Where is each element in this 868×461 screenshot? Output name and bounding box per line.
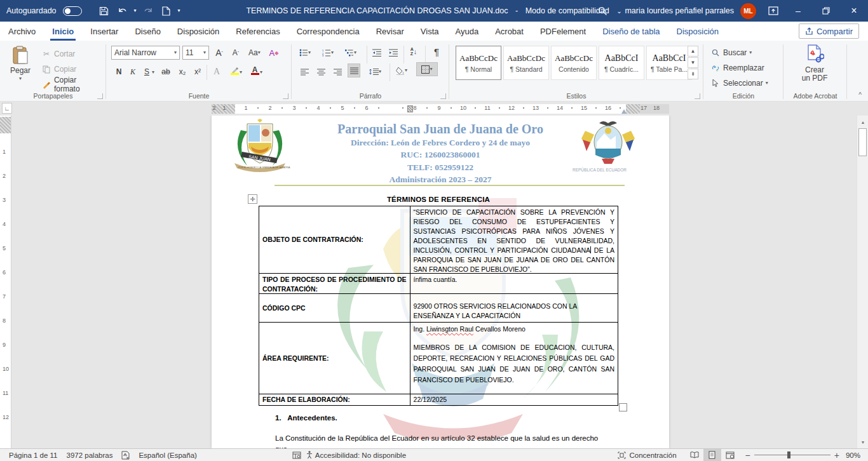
user-name[interactable]: maria lourdes peñafiel parrales (625, 6, 734, 15)
close-button[interactable]: × (840, 0, 868, 22)
search-icon[interactable] (592, 0, 613, 22)
create-pdf-button[interactable]: Crearun PDF (795, 44, 834, 83)
styles-dialog-launcher[interactable] (695, 93, 700, 99)
page-indicator[interactable]: Página 1 de 11 (9, 451, 58, 459)
underline-button[interactable]: S (140, 65, 153, 79)
italic-button[interactable]: K (126, 65, 139, 79)
tab-acrobat[interactable]: Acrobat (487, 22, 532, 41)
borders-button[interactable]: ▾ (416, 62, 438, 76)
replace-button[interactable]: bc Reemplazar (709, 61, 766, 75)
undo-dropdown-icon[interactable]: ▾ (134, 8, 137, 13)
tab-stop-selector[interactable]: ∟ (2, 103, 12, 114)
accessibility-status[interactable]: Accesibilidad: No disponible (306, 451, 406, 459)
superscript-button[interactable]: x² (191, 65, 204, 79)
increase-indent-button[interactable] (387, 46, 400, 60)
print-layout-button[interactable] (703, 449, 721, 461)
format-painter-button[interactable]: Copiar formato (39, 77, 106, 91)
collapse-ribbon-icon[interactable]: ^ (858, 91, 862, 98)
share-button[interactable]: Compartir (799, 23, 859, 39)
table-move-handle[interactable]: ✛ (248, 194, 257, 204)
tab-ayuda[interactable]: Ayuda (447, 22, 487, 41)
highlight-color-button[interactable] (228, 63, 241, 77)
tab-disposicion-tabla[interactable]: Disposición (668, 22, 727, 41)
shading-button[interactable]: ▾ (395, 63, 409, 77)
shrink-font-button[interactable]: Aˇ (229, 46, 242, 60)
font-dialog-launcher[interactable] (283, 93, 288, 99)
select-button[interactable]: Seleccionar▾ (709, 76, 770, 90)
undo-button[interactable] (116, 4, 130, 18)
scroll-up-icon[interactable]: ▲ (858, 117, 868, 127)
style-normal[interactable]: AaBbCcDc¶ Normal (456, 46, 501, 80)
highlight-dropdown-icon[interactable]: ▾ (240, 70, 242, 75)
scroll-down-icon[interactable]: ▼ (858, 437, 868, 447)
tab-archivo[interactable]: Archivo (0, 22, 44, 41)
clipboard-dialog-launcher[interactable] (97, 93, 103, 99)
ribbon-display-options-icon[interactable] (763, 0, 784, 22)
line-spacing-button[interactable]: ▾ (368, 65, 383, 79)
tab-revisar[interactable]: Revisar (368, 22, 412, 41)
tab-diseno[interactable]: Diseño (126, 22, 168, 41)
zoom-level[interactable]: 90% (846, 451, 860, 459)
bold-button[interactable]: N (112, 65, 125, 79)
paste-button[interactable]: Pegar▾ (6, 46, 34, 81)
web-layout-button[interactable] (721, 449, 739, 461)
tab-vista[interactable]: Vista (412, 22, 447, 41)
show-marks-button[interactable]: ¶ (430, 44, 443, 58)
zoom-slider-thumb[interactable] (787, 451, 790, 458)
word-count[interactable]: 3972 palabras (67, 451, 113, 459)
macro-recording-icon[interactable] (292, 451, 301, 459)
justify-button[interactable] (348, 63, 360, 77)
table-resize-handle[interactable] (619, 403, 627, 411)
vertical-ruler[interactable]: 1 2 3 4 5 6 7 8 9 10 11 12 (0, 116, 11, 448)
right-indent-marker[interactable] (621, 109, 627, 114)
style-cuadricula[interactable]: AaBbCcI¶ Cuadríc... (599, 46, 644, 80)
zoom-in-button[interactable]: + (834, 450, 839, 460)
focus-mode-button[interactable]: Concentración (618, 451, 676, 459)
document-page[interactable]: SAN JUAN POR EL HONOR Y LA GRANDEZA DE L… (212, 116, 669, 448)
avatar[interactable]: ML (740, 3, 756, 19)
quick-access-overflow-icon[interactable]: ▾ (178, 8, 180, 13)
read-mode-button[interactable] (686, 449, 703, 461)
paragraph-dialog-launcher[interactable] (440, 93, 446, 99)
tab-insertar[interactable]: Insertar (82, 22, 126, 41)
underline-dropdown-icon[interactable]: ▾ (152, 70, 154, 75)
strikethrough-button[interactable]: ab (159, 65, 172, 79)
restore-button[interactable] (812, 0, 840, 22)
minimize-button[interactable]: – (784, 0, 812, 22)
right-margin-marker[interactable] (626, 104, 640, 114)
clear-formatting-button[interactable]: A◆ (268, 46, 280, 60)
tab-disposicion[interactable]: Disposición (169, 22, 227, 41)
sort-button[interactable]: AZ↓ (407, 44, 420, 58)
style-contenido[interactable]: AaBbCcDcContenido (551, 46, 597, 80)
terms-table[interactable]: OBJETO DE CONTRATRACIÓN: “SERVICIO DE CA… (259, 206, 618, 406)
redo-button[interactable] (141, 4, 155, 18)
style-table-paragraph[interactable]: AaBbCcI¶ Table Pa... (646, 46, 692, 80)
autosave-toggle[interactable] (63, 6, 82, 16)
spellcheck-icon[interactable] (121, 451, 130, 460)
styles-scroll-up-icon[interactable]: ▲ (688, 46, 698, 57)
zoom-out-button[interactable]: − (745, 450, 750, 460)
font-color-dropdown-icon[interactable]: ▾ (260, 70, 262, 75)
multilevel-list-button[interactable]: ▾ (344, 46, 358, 60)
tab-referencias[interactable]: Referencias (227, 22, 288, 41)
bullets-button[interactable]: ▾ (298, 46, 312, 60)
change-case-button[interactable]: Aa▾ (247, 46, 262, 60)
numbering-button[interactable]: 123▾ (321, 46, 335, 60)
styles-gallery-expand-icon[interactable]: ⇟ (688, 69, 698, 79)
cut-button[interactable]: ✂Cortar (39, 47, 77, 61)
new-document-icon[interactable] (159, 4, 173, 18)
tab-pdfelement[interactable]: PDFelement (532, 22, 594, 41)
decrease-indent-button[interactable] (370, 46, 383, 60)
font-color-button[interactable]: A (248, 63, 261, 77)
table-column-marker[interactable] (407, 105, 413, 112)
align-right-button[interactable] (331, 65, 344, 79)
scrollbar-thumb[interactable] (858, 128, 867, 156)
align-left-button[interactable] (298, 65, 311, 79)
text-effects-button[interactable]: A (210, 65, 223, 79)
copy-button[interactable]: Copiar (39, 62, 78, 76)
subscript-button[interactable]: x₂ (176, 65, 189, 79)
zoom-slider[interactable] (754, 455, 831, 455)
find-button[interactable]: Buscar▾ (709, 46, 754, 60)
style-standard[interactable]: AaBbCcDc¶ Standard (503, 46, 549, 80)
horizontal-ruler[interactable]: ∟ 2 1 1 2 3 4 5 6 8 9 10 11 12 13 14 15 … (0, 102, 868, 116)
